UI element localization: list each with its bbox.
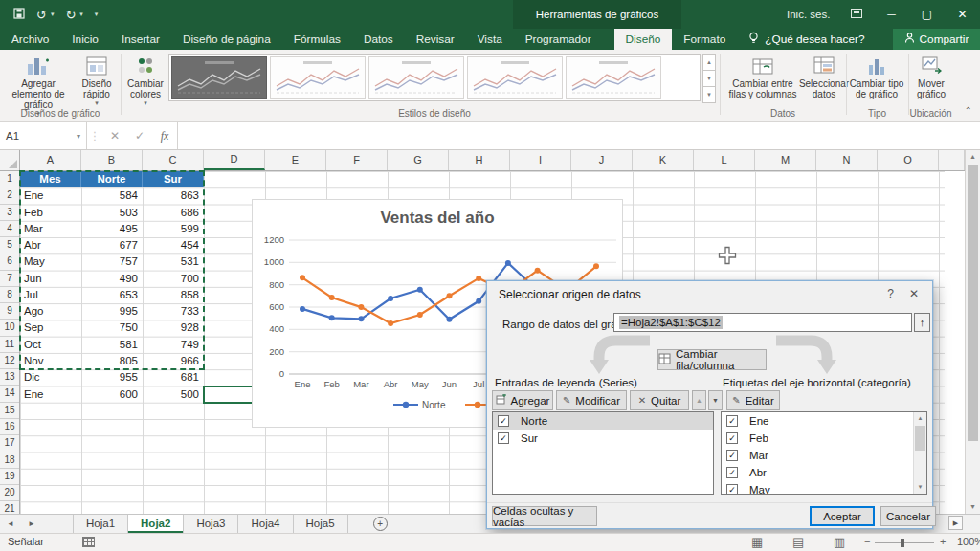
chart-style-thumbnail-3[interactable] xyxy=(368,56,464,99)
zoom-level-label[interactable]: 100% xyxy=(957,536,980,547)
cell-C11[interactable]: 749 xyxy=(143,337,204,353)
cell-B3[interactable]: 503 xyxy=(81,205,143,221)
cell-A10[interactable]: Sep xyxy=(20,320,81,336)
row-header-10[interactable]: 10 xyxy=(0,320,19,336)
formula-input[interactable] xyxy=(177,122,980,149)
zoom-slider-track[interactable] xyxy=(875,542,934,543)
cell-B13[interactable]: 955 xyxy=(81,369,143,386)
checkbox-icon[interactable]: ✓ xyxy=(498,415,509,427)
row-header-7[interactable]: 7 xyxy=(0,271,19,287)
categories-list[interactable]: ✓Ene✓Feb✓Mar✓Abr✓May ▲ ▼ xyxy=(721,411,927,495)
maximize-icon[interactable]: ▢ xyxy=(909,0,945,29)
normal-view-icon[interactable]: ▦ xyxy=(751,535,763,549)
remove-series-button[interactable]: ✕ Quitar xyxy=(630,390,689,410)
category-item-abr[interactable]: ✓Abr xyxy=(722,464,926,481)
checkbox-icon[interactable]: ✓ xyxy=(726,432,738,444)
column-header-B[interactable]: B xyxy=(81,150,143,170)
undo-icon[interactable]: ↺ xyxy=(36,9,47,21)
cell-B14[interactable]: 600 xyxy=(81,386,143,403)
cell-C2[interactable]: 863 xyxy=(143,187,204,204)
row-header-17[interactable]: 17 xyxy=(0,435,19,452)
chart-title[interactable]: Ventas del año xyxy=(253,209,622,228)
cell-A8[interactable]: Jul xyxy=(20,287,81,303)
ribbon-tab-formato[interactable]: Formato xyxy=(672,29,737,50)
cell-C12[interactable]: 966 xyxy=(143,353,204,369)
row-header-11[interactable]: 11 xyxy=(0,337,19,353)
ribbon-tab-diseno[interactable]: Diseño xyxy=(614,29,673,50)
cell-A14[interactable]: Ene xyxy=(20,386,81,403)
cell-C8[interactable]: 858 xyxy=(143,287,204,303)
ok-button[interactable]: Aceptar xyxy=(810,506,875,526)
ribbon-tab-revisar[interactable]: Revisar xyxy=(405,29,466,50)
cell-B2[interactable]: 584 xyxy=(81,187,143,204)
row-header-3[interactable]: 3 xyxy=(0,205,19,221)
column-header-L[interactable]: L xyxy=(694,150,755,170)
row-header-8[interactable]: 8 xyxy=(0,287,19,303)
cell-C4[interactable]: 599 xyxy=(143,221,204,237)
move-series-down-button[interactable]: ▼ xyxy=(708,390,723,410)
sheet-nav-right-icon[interactable]: ► xyxy=(21,515,42,533)
ribbon-display-options-icon[interactable] xyxy=(838,0,874,29)
chart-style-thumbnail-1[interactable] xyxy=(171,56,267,99)
sheet-tab-hoja1[interactable]: Hoja1 xyxy=(73,515,128,533)
cell-B4[interactable]: 495 xyxy=(81,221,143,237)
column-header-H[interactable]: H xyxy=(449,150,510,170)
cell-B9[interactable]: 995 xyxy=(81,303,143,320)
row-header-13[interactable]: 13 xyxy=(0,369,19,386)
tell-me-box[interactable]: ¿Qué desea hacer? xyxy=(748,29,864,50)
page-layout-view-icon[interactable]: ▤ xyxy=(792,535,804,549)
new-sheet-icon[interactable]: + xyxy=(373,517,388,531)
ribbon-tab-formulas[interactable]: Fórmulas xyxy=(282,29,352,50)
category-item-feb[interactable]: ✓Feb xyxy=(722,430,926,447)
cell-A2[interactable]: Ene xyxy=(20,187,81,204)
modify-series-button[interactable]: ✎ Modificar xyxy=(556,390,627,410)
column-header-D[interactable]: D xyxy=(204,150,265,170)
scroll-down-icon[interactable]: ▼ xyxy=(914,481,926,494)
cell-C1[interactable]: Sur xyxy=(143,171,204,187)
cell-B11[interactable]: 581 xyxy=(81,337,143,353)
chart-style-thumbnail-5[interactable] xyxy=(566,56,661,99)
row-header-16[interactable]: 16 xyxy=(0,419,19,435)
cell-C7[interactable]: 700 xyxy=(143,271,204,287)
sheet-nav-left-icon[interactable]: ◄ xyxy=(0,515,21,533)
cell-A6[interactable]: May xyxy=(20,253,81,270)
redo-icon[interactable]: ↻ xyxy=(65,9,76,21)
cell-C9[interactable]: 733 xyxy=(143,303,204,320)
undo-dropdown-icon[interactable]: ▾ xyxy=(51,11,55,18)
zoom-slider-thumb[interactable] xyxy=(901,539,904,547)
column-header-J[interactable]: J xyxy=(571,150,633,170)
cell-B6[interactable]: 757 xyxy=(81,253,143,270)
vertical-scrollbar[interactable]: ▲ ▼ xyxy=(965,150,980,514)
sign-in-button[interactable]: Inic. ses. xyxy=(787,0,830,29)
cell-C6[interactable]: 531 xyxy=(143,253,204,270)
column-header-E[interactable]: E xyxy=(265,150,326,170)
category-item-may[interactable]: ✓May xyxy=(722,481,926,495)
cell-C13[interactable]: 681 xyxy=(143,369,204,386)
change-colors-button[interactable]: Cambiar colores ▾ xyxy=(123,53,167,107)
macro-record-icon[interactable] xyxy=(82,537,95,547)
chart-style-thumbnail-4[interactable] xyxy=(467,56,563,99)
customize-qat-icon[interactable]: ▾ xyxy=(95,11,99,18)
cell-B8[interactable]: 653 xyxy=(81,287,143,303)
column-header-F[interactable]: F xyxy=(326,150,388,170)
checkbox-icon[interactable]: ✓ xyxy=(726,415,738,427)
column-header-M[interactable]: M xyxy=(755,150,816,170)
switch-row-column-dialog-button[interactable]: Cambiar fila/columna xyxy=(657,349,767,370)
add-series-button[interactable]: Agregar xyxy=(492,390,553,410)
ribbon-tab-insertar[interactable]: Insertar xyxy=(110,29,171,50)
change-chart-type-button[interactable]: Cambiar tipo de gráfico xyxy=(848,53,905,99)
column-header-C[interactable]: C xyxy=(143,150,204,170)
checkbox-icon[interactable]: ✓ xyxy=(726,450,738,461)
cell-C3[interactable]: 686 xyxy=(143,205,204,221)
ribbon-tab-inicio[interactable]: Inicio xyxy=(60,29,110,50)
ribbon-tab-diseno-de-pagina[interactable]: Diseño de página xyxy=(171,29,282,50)
series-item-sur[interactable]: ✓Sur xyxy=(493,430,713,447)
sheet-tab-hoja2[interactable]: Hoja2 xyxy=(128,515,184,533)
name-box[interactable]: A1 ▾ xyxy=(0,122,87,149)
select-all-corner[interactable] xyxy=(0,150,20,171)
sheet-tab-hoja3[interactable]: Hoja3 xyxy=(184,515,238,533)
sheet-tab-hoja4[interactable]: Hoja4 xyxy=(238,515,293,533)
cell-C14[interactable]: 500 xyxy=(143,386,204,403)
scroll-thumb[interactable] xyxy=(915,426,925,451)
zoom-in-icon[interactable]: + xyxy=(940,536,946,547)
